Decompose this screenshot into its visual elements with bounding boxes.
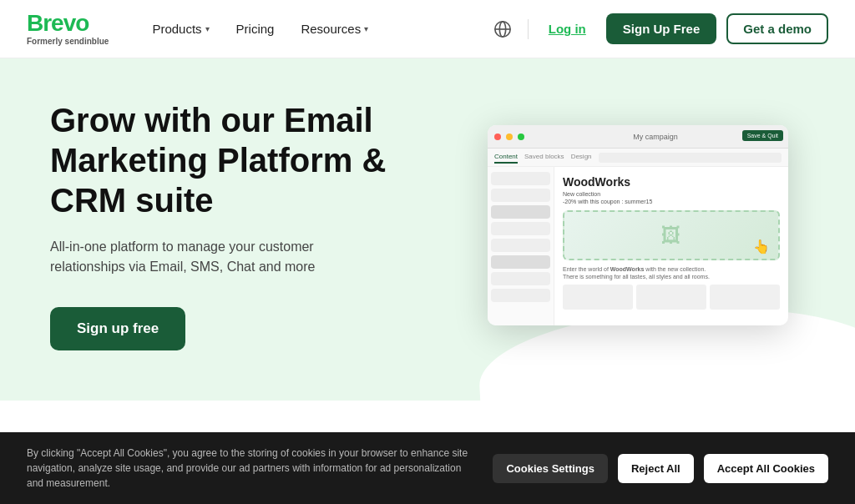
cookie-banner: By clicking "Accept All Cookies", you ag… [0, 432, 855, 504]
login-button[interactable]: Log in [539, 15, 596, 43]
hero-left: Grow with our Email Marketing Platform &… [50, 100, 454, 350]
hero-right: My campaign Save & Quit Content Saved bl… [488, 125, 805, 325]
mock-sidebar-item [491, 255, 550, 269]
brand-formerly: Formerly sendinblue [27, 37, 109, 46]
language-selector[interactable] [488, 14, 518, 44]
hero-title: Grow with our Email Marketing Platform &… [50, 100, 401, 220]
mock-tab-design: Design [571, 151, 592, 164]
hero-subtitle: All-in-one platform to manage your custo… [50, 237, 367, 277]
cookie-buttons: Cookies Settings Reject All Accept All C… [493, 454, 828, 483]
mock-sidebar-item [491, 239, 550, 252]
mock-minimize-dot [506, 134, 513, 140]
chevron-down-icon: ▾ [364, 24, 368, 33]
mock-product-row [563, 285, 780, 310]
mock-sidebar-item [491, 189, 550, 202]
chevron-down-icon: ▾ [205, 24, 210, 33]
hero-cta-button[interactable]: Sign up free [50, 307, 185, 350]
mock-sidebar-item [491, 205, 550, 219]
brand-name: Brevo [27, 12, 109, 35]
cookie-reject-button[interactable]: Reject All [618, 454, 694, 483]
mock-product-3 [710, 285, 780, 310]
hero-section: Grow with our Email Marketing Platform &… [0, 58, 855, 401]
nav-resources[interactable]: Resources ▾ [291, 15, 378, 43]
nav-links: Products ▾ Pricing Resources ▾ [142, 15, 487, 43]
image-icon: 🖼 [661, 224, 681, 247]
cookie-text: By clicking "Accept All Cookies", you ag… [27, 446, 473, 491]
mock-tab-content: Content [494, 151, 518, 164]
mock-sidebar-item [491, 289, 550, 302]
mock-campaign-title: My campaign [633, 132, 678, 141]
navbar: Brevo Formerly sendinblue Products ▾ Pri… [0, 0, 855, 58]
cookie-accept-button[interactable]: Accept All Cookies [704, 454, 828, 483]
nav-right: Log in Sign Up Free Get a demo [488, 13, 828, 44]
mock-expand-dot [518, 134, 524, 140]
mock-close-dot [494, 134, 501, 140]
mock-toolbar: My campaign Save & Quit [488, 125, 788, 149]
mock-search-input [599, 153, 782, 163]
signup-button[interactable]: Sign Up Free [606, 13, 717, 44]
mock-brand-name: WoodWorks [563, 175, 780, 189]
mock-sidebar-item [491, 172, 550, 185]
mock-sidebar-item [491, 272, 550, 285]
mock-top-bar: Content Saved blocks Design [488, 149, 788, 167]
mock-campaign-ui: My campaign Save & Quit Content Saved bl… [488, 125, 788, 325]
cursor-icon: 👆 [753, 239, 770, 255]
mock-body: WoodWorks New collection-20% with this c… [488, 167, 788, 325]
mock-sidebar-item [491, 222, 550, 235]
mock-email-content: WoodWorks New collection-20% with this c… [554, 167, 788, 325]
mock-tab-saved: Saved blocks [524, 151, 564, 164]
demo-button[interactable]: Get a demo [726, 13, 828, 44]
nav-pricing[interactable]: Pricing [226, 15, 285, 43]
mock-sidebar [488, 167, 554, 325]
mock-product-1 [563, 285, 633, 310]
mock-image-placeholder: 🖼 👆 [563, 210, 780, 260]
nav-products[interactable]: Products ▾ [142, 15, 219, 43]
mock-email-body: Enter the world of WoodWorks with the ne… [563, 265, 780, 280]
logo[interactable]: Brevo Formerly sendinblue [27, 12, 109, 46]
mock-product-2 [636, 285, 706, 310]
mock-save-button: Save & Quit [742, 130, 783, 141]
divider [528, 19, 529, 39]
cookie-settings-button[interactable]: Cookies Settings [493, 454, 607, 483]
mock-brand-sub: New collection-20% with this coupon : su… [563, 190, 780, 205]
